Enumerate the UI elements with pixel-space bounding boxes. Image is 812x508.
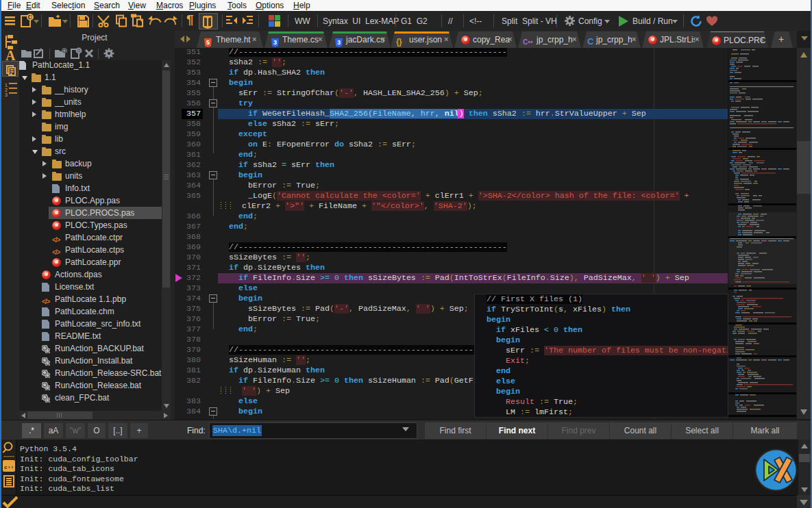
svg-text:1: 1 xyxy=(5,83,8,88)
svg-text:A: A xyxy=(5,48,16,63)
svg-text:2: 2 xyxy=(5,88,8,92)
svg-text:3: 3 xyxy=(5,92,8,97)
svg-text:c››: c›› xyxy=(4,464,14,470)
